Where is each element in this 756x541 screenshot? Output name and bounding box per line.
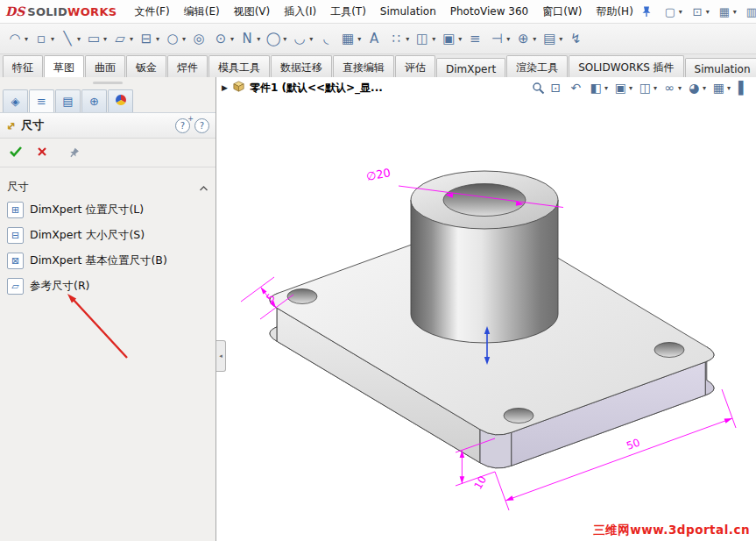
command-tab[interactable]: 曲面 — [85, 55, 125, 79]
command-tab[interactable]: 渲染工具 — [506, 55, 568, 79]
help-icon[interactable]: ? — [194, 118, 209, 133]
command-tab[interactable]: Simulation — [685, 58, 756, 79]
dropdown-caret-icon: ▾ — [458, 35, 462, 43]
dropdown-caret-icon: ▾ — [533, 35, 536, 43]
quick-snaps-icon[interactable]: ▤ ▾ — [540, 28, 563, 49]
command-tab[interactable]: 草图 — [44, 55, 84, 79]
dimension-method-item[interactable]: ⊠ DimXpert 基本位置尺寸(B) — [0, 248, 215, 274]
accept-button[interactable] — [9, 145, 23, 161]
solidworks-logo: DS SOLID WORKS — [5, 4, 117, 18]
sketch-icon[interactable]: ◠ ▾ — [5, 28, 29, 49]
zoom-to-fit-icon[interactable] — [530, 82, 547, 95]
new-document-icon[interactable]: ▢ ▾ — [660, 5, 685, 18]
displaymanager-tab[interactable] — [108, 89, 133, 112]
line-icon[interactable]: ╲ ▾ — [58, 28, 81, 49]
menu-item[interactable]: 帮助(H) — [589, 0, 639, 23]
menu-item[interactable]: 编辑(E) — [177, 0, 227, 23]
arc-icon[interactable]: ◡ ▾ — [290, 28, 314, 49]
display-delete-relations-icon[interactable]: ⊕ ▾ — [513, 28, 537, 49]
straight-slot-icon[interactable]: ▱ ▾ — [110, 28, 134, 49]
centerpoint-arc-icon[interactable]: ⊙ ▾ — [211, 28, 235, 49]
command-tab[interactable]: 焊件 — [167, 55, 208, 79]
menu-item[interactable]: 文件(F) — [127, 0, 176, 23]
view-settings-icon[interactable]: ▌ — [734, 81, 752, 95]
corner-hole-east — [654, 343, 684, 358]
menu-item[interactable]: 工具(T) — [323, 0, 373, 23]
feature-tree-flyout-icon[interactable]: ▶ — [222, 83, 228, 92]
dimension-method-item[interactable]: ▱ 参考尺寸(R) — [0, 274, 215, 299]
part-model[interactable] — [270, 171, 714, 468]
propertymanager-tab[interactable]: ≡ — [29, 89, 54, 112]
corner-rectangle-icon[interactable]: ▭ ▾ — [84, 28, 108, 49]
command-tab[interactable]: 模具工具 — [208, 55, 270, 79]
whats-this-help-icon[interactable]: ? + — [175, 118, 190, 133]
command-tab[interactable]: DimXpert — [436, 58, 505, 79]
command-tab[interactable]: 评估 — [395, 55, 435, 79]
mirror-entities-icon[interactable]: ◫ ▾ — [413, 28, 436, 49]
rapid-sketch-icon[interactable]: ↯ — [566, 28, 585, 49]
graphics-viewport[interactable]: ▶ 零件1 (默认<<默认>_显... ⊡ — [216, 77, 756, 541]
hide-show-items-icon[interactable]: ∞ ▾ — [661, 81, 683, 95]
group-title: 尺寸 — [7, 180, 29, 195]
menu-item[interactable]: 插入(I) — [277, 0, 323, 23]
menu-item[interactable]: PhotoView 360 — [443, 0, 535, 23]
trim-entities-icon[interactable]: ⊣ ▾ — [487, 28, 511, 49]
point-icon[interactable]: ∷ ▾ — [386, 28, 410, 49]
dropdown-caret-icon: ▾ — [654, 84, 657, 92]
command-tab[interactable]: 数据迁移 — [271, 55, 332, 79]
dimxpertmanager-tab[interactable]: ⊕ — [81, 89, 107, 112]
cancel-button[interactable] — [36, 145, 48, 161]
dropdown-caret-icon: ▾ — [678, 84, 682, 92]
linear-sketch-pattern-icon[interactable]: ▦ ▾ — [338, 28, 362, 49]
dimxpert-size-dimension-icon: ⊟ — [7, 227, 24, 244]
command-tab[interactable]: 钣金 — [126, 55, 166, 79]
tool-glyph: ◎ — [190, 30, 208, 47]
spline-icon[interactable]: N ▾ — [237, 28, 261, 49]
menu-item[interactable]: 窗口(W) — [535, 0, 589, 23]
featuremanager-tab[interactable]: ◈ — [3, 89, 28, 112]
length-dimension-text: 50 — [625, 436, 641, 452]
command-tab[interactable]: SOLIDWORKS 插件 — [569, 55, 683, 79]
circle-icon[interactable]: ○ ▾ — [163, 28, 187, 49]
dimension-group-header[interactable]: 尺寸 — [0, 176, 215, 197]
edit-appearance-icon[interactable]: ◕ ▾ — [685, 81, 708, 95]
pin-menu-icon[interactable] — [640, 5, 653, 18]
dropdown-caret-icon: ▾ — [25, 35, 28, 43]
menu-list: 文件(F) 编辑(E) 视图(V) 插入(I) 工具(T) Simulation… — [127, 0, 639, 23]
dimension-method-item[interactable]: ⊟ DimXpert 大小尺寸(S) — [0, 223, 215, 248]
convert-entities-icon[interactable]: ▣ ▾ — [439, 28, 463, 49]
slot-styles-icon[interactable]: ⊟ ▾ — [137, 28, 160, 49]
collapse-chevron-icon[interactable] — [199, 179, 208, 196]
tool-glyph: ▭ — [85, 30, 102, 47]
apply-scene-icon[interactable]: ▦ ▾ — [710, 81, 732, 95]
sketch-fillet-icon[interactable]: ◟ — [316, 28, 336, 49]
save-icon[interactable]: ▦ ▾ — [714, 5, 739, 18]
tool-glyph: ⊙ — [212, 30, 230, 47]
display-style-icon[interactable]: ◫ ▾ — [636, 81, 659, 95]
print-icon[interactable]: ▥ — [741, 5, 756, 18]
command-tab[interactable]: 特征 — [3, 55, 43, 79]
configurationmanager-tab[interactable]: ▤ — [55, 89, 81, 112]
zoom-area-icon[interactable]: ⊡ — [547, 81, 565, 95]
smart-dimension-icon[interactable]: ▫ ▾ — [32, 28, 55, 49]
dimension-method-item[interactable]: ⊞ DimXpert 位置尺寸(L) — [0, 197, 215, 223]
dropdown-caret-icon: ▾ — [506, 35, 510, 43]
view-orientation-icon[interactable]: ▣ ▾ — [611, 81, 634, 95]
ellipse-icon[interactable]: ◯ ▾ — [264, 28, 287, 49]
open-document-icon[interactable]: ⊡ ▾ — [687, 5, 712, 18]
section-view-icon[interactable]: ◧ ▾ — [587, 81, 610, 95]
3d-model-canvas[interactable]: ∅20 5 50 10 — [216, 98, 756, 541]
tool-glyph: ▣ — [440, 30, 457, 47]
pin-button[interactable] — [68, 147, 80, 159]
offset-entities-icon[interactable]: ≡ — [465, 28, 484, 49]
menu-item[interactable]: 视图(V) — [227, 0, 278, 23]
menu-item[interactable]: Simulation — [373, 0, 443, 23]
tool-glyph: ◡ — [291, 30, 308, 47]
previous-view-icon[interactable]: ↶ — [567, 81, 585, 95]
panel-collapse-handle[interactable]: ◂ — [216, 340, 226, 372]
perimeter-circle-icon[interactable]: ◎ — [189, 28, 208, 49]
panel-resize-grip[interactable] — [0, 77, 215, 88]
command-tab[interactable]: 直接编辑 — [333, 55, 394, 79]
property-manager-actions — [0, 139, 215, 167]
text-icon[interactable]: A — [364, 28, 384, 49]
